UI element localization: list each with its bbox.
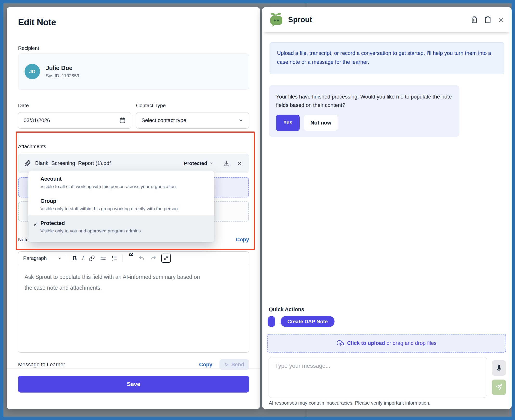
- attachments-label: Attachments: [18, 143, 46, 149]
- not-now-button[interactable]: Not now: [304, 115, 338, 131]
- contact-type-value: Select contact type: [141, 117, 238, 124]
- attachment-row: Blank_Screening_Report (1).pdf Protected: [18, 154, 249, 173]
- note-body-editor[interactable]: Paragraph B I 12 “: [18, 251, 249, 352]
- upload-hint-text: or drag and drop files: [385, 340, 437, 346]
- page-title: Edit Note: [18, 17, 56, 27]
- recipient-card: JD Julie Doe Sys ID: 1102859: [18, 53, 249, 90]
- upload-link-text: Click to upload: [347, 340, 385, 346]
- create-dap-note-button[interactable]: Create DAP Note: [281, 316, 335, 327]
- send-chat-button[interactable]: [492, 380, 506, 395]
- contact-type-label: Contact Type: [136, 103, 166, 108]
- attachment-filename: Blank_Screening_Report (1).pdf: [35, 160, 180, 166]
- chevron-down-icon: [58, 256, 62, 260]
- quick-action-partial-button[interactable]: [268, 316, 275, 327]
- save-button[interactable]: Save: [18, 376, 249, 393]
- bullet-list-button[interactable]: [100, 255, 106, 261]
- toolbar-separator: [123, 255, 123, 262]
- date-value: 03/31/2026: [24, 117, 119, 124]
- processing-message-card: Your files have finished processing. Wou…: [269, 85, 459, 137]
- toolbar-separator: [67, 255, 67, 262]
- redo-button[interactable]: [150, 255, 156, 261]
- edit-note-panel: Edit Note Recipient JD Julie Doe Sys ID:…: [7, 7, 260, 409]
- visibility-dropdown-menu: Account Visible to all staff working wit…: [28, 171, 214, 242]
- chevron-down-icon: [209, 161, 214, 165]
- message-to-learner-label: Message to Learner: [18, 361, 192, 368]
- screenshot-stage: Edit Note Recipient JD Julie Doe Sys ID:…: [0, 0, 515, 420]
- delete-conversation-icon[interactable]: [471, 16, 478, 23]
- note-body-placeholder: Ask Sprout to populate this field with a…: [18, 265, 249, 300]
- note-body-copy-link[interactable]: Copy: [236, 236, 249, 243]
- upload-cloud-icon: [337, 340, 344, 347]
- file-upload-dropzone[interactable]: Click to upload or drag and drop files: [267, 334, 506, 352]
- blockquote-button[interactable]: “: [128, 255, 133, 261]
- download-icon[interactable]: [223, 160, 230, 167]
- check-icon: ✓: [33, 221, 38, 228]
- chat-message-input[interactable]: [269, 357, 487, 398]
- close-panel-icon[interactable]: [498, 16, 504, 23]
- copy-conversation-icon[interactable]: [484, 16, 491, 23]
- microphone-button[interactable]: [492, 360, 506, 376]
- paperclip-icon: [25, 160, 31, 166]
- svg-text:1: 1: [112, 255, 113, 258]
- date-label: Date: [18, 103, 29, 108]
- ai-disclaimer: AI responses may contain inaccuracies. P…: [269, 400, 430, 406]
- link-button[interactable]: [89, 255, 95, 261]
- avatar: JD: [25, 64, 40, 79]
- send-triangle-icon: [224, 362, 229, 367]
- bold-button[interactable]: B: [73, 255, 77, 262]
- recipient-label: Recipient: [18, 45, 39, 51]
- chevron-down-icon: [238, 118, 243, 123]
- recipient-sys-id: Sys ID: 1102859: [46, 73, 79, 79]
- sprout-panel: Sprout Upload a file, transcript, or rec…: [262, 7, 512, 409]
- sprout-intro-message: Upload a file, transcript, or record a c…: [270, 42, 504, 74]
- visibility-option-account[interactable]: Account Visible to all staff working wit…: [28, 171, 214, 193]
- processing-message: Your files have finished processing. Wou…: [276, 92, 452, 109]
- remove-attachment-icon[interactable]: [236, 160, 243, 166]
- yes-button[interactable]: Yes: [276, 115, 300, 131]
- editor-toolbar: Paragraph B I 12 “: [18, 252, 249, 265]
- visibility-dropdown-trigger[interactable]: Protected: [184, 160, 214, 166]
- message-copy-link[interactable]: Copy: [199, 361, 212, 368]
- visibility-option-group[interactable]: Group Visible only to staff within this …: [28, 193, 214, 215]
- svg-text:2: 2: [112, 258, 113, 261]
- sprout-title: Sprout: [288, 15, 466, 24]
- undo-button[interactable]: [139, 255, 145, 261]
- visibility-option-protected[interactable]: ✓ Protected Visible only to you and appr…: [28, 215, 214, 242]
- numbered-list-button[interactable]: 12: [111, 255, 118, 261]
- footer-divider: [7, 368, 260, 369]
- calendar-icon[interactable]: [119, 117, 126, 124]
- paragraph-style-select[interactable]: Paragraph: [23, 255, 62, 261]
- sprout-header: Sprout: [262, 7, 512, 32]
- contact-type-select[interactable]: Select contact type: [136, 112, 249, 129]
- italic-button[interactable]: I: [82, 255, 84, 262]
- quick-actions-label: Quick Actions: [269, 306, 304, 313]
- date-input[interactable]: 03/31/2026: [18, 112, 131, 129]
- recipient-name: Julie Doe: [46, 65, 79, 72]
- visibility-value: Protected: [184, 160, 207, 166]
- sprout-logo-icon: [269, 12, 283, 27]
- expand-editor-button[interactable]: [161, 254, 171, 263]
